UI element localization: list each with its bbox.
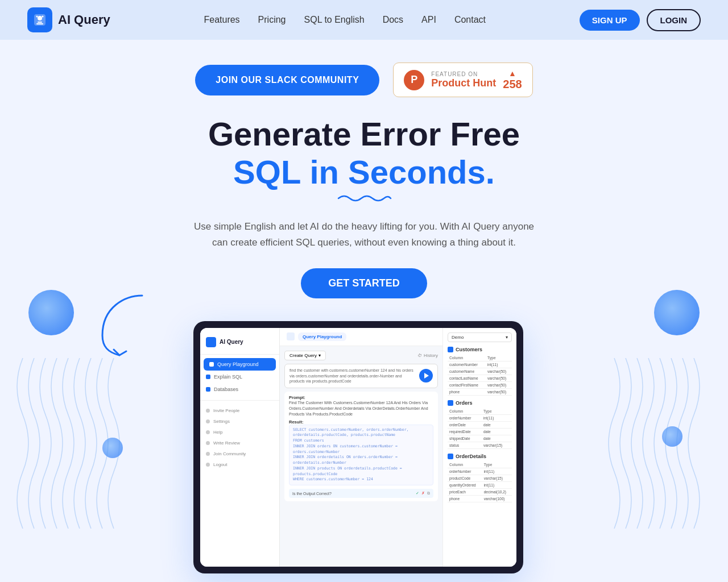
col-header: Column [448,462,482,468]
svg-point-1 [38,16,42,20]
app-result-section: Prompt: Find The Customer With Customers… [284,392,438,501]
orders-table-header: Orders [448,400,512,406]
hero-section: JOIN OUR SLACK COMMUNITY P FEATURED ON P… [0,40,728,573]
customers-table-header: Customers [448,347,512,352]
table-row: requiredDatedate [448,428,512,435]
table-row: priceEachdecimal(10,2) [448,488,512,495]
history-button[interactable]: ⏱ History [417,353,438,358]
prompt-block: Prompt: Find The Customer With Customers… [289,395,433,417]
app-feedback-actions: ✓ ✗ ⧉ [416,491,430,496]
customers-table-icon [448,347,453,352]
feedback-incorrect[interactable]: ✗ [421,491,425,496]
table-row: quantityOrderedint(11) [448,481,512,488]
orderdetails-table-name: OrderDetails [456,454,486,459]
table-row: shippedDatedate [448,435,512,442]
sidebar-item-label: Explain SQL [214,374,242,380]
type-header: Type [482,408,512,415]
run-icon [424,373,429,379]
logo-text: AI Query [58,13,110,27]
prompt-text: Find The Customer With Customers.Custome… [289,400,433,417]
table-row: productCodevarchar(15) [448,475,512,481]
sidebar-footer-settings[interactable]: Settings [200,416,279,427]
nav-sql-to-english[interactable]: SQL to English [304,15,365,24]
app-sidebar-logo-icon [206,337,216,347]
table-row: contactFirstNamevarchar(50) [448,381,512,388]
orders-table-icon [448,400,453,406]
app-query-input[interactable]: find the customer with customers.custome… [284,364,438,388]
app-frame: AI Query Query Playground Explain SQL Da… [193,321,523,573]
table-row: phonevarchar(100) [448,495,512,502]
result-block: Result: SELECT customers.customerNumber,… [289,419,433,486]
sql-code: SELECT customers.customerNumber, orders.… [289,425,433,486]
ph-name-label: Product Hunt [431,77,496,89]
feedback-correct[interactable]: ✓ [416,491,419,496]
app-topbar-icon [287,332,295,340]
table-row: customerNumberint(11) [448,361,512,368]
hero-title: Generate Error Free SQL in Seconds. [208,115,520,191]
sidebar-item-label: Query Playground [217,361,259,367]
product-hunt-badge[interactable]: P FEATURED ON Product Hunt ▲ 258 [393,63,532,97]
decorative-circle-left [28,290,74,335]
hero-badges: JOIN OUR SLACK COMMUNITY P FEATURED ON P… [195,63,532,97]
sidebar-item-explain-sql[interactable]: Explain SQL [200,371,279,383]
app-right-panel: Demo ▾ Customers Column Type [442,328,516,567]
feedback-copy[interactable]: ⧉ [427,491,430,496]
logo-icon [27,7,52,32]
nav-features[interactable]: Features [204,15,239,24]
sidebar-item-query-playground[interactable]: Query Playground [204,358,276,371]
slack-community-button[interactable]: JOIN OUR SLACK COMMUNITY [195,65,379,95]
arrow-decoration [91,284,159,352]
app-sidebar-logo: AI Query [200,332,279,355]
nav-api[interactable]: API [421,15,436,24]
table-row: customerNamevarchar(50) [448,368,512,375]
svg-rect-3 [36,23,43,24]
svg-point-4 [36,16,38,18]
nav-contact[interactable]: Contact [454,15,486,24]
sidebar-footer-logout[interactable]: Logout [200,459,279,470]
sidebar-footer-invite[interactable]: Invite People [200,405,279,416]
app-topbar: Query Playground [280,328,442,346]
result-label: Result: [289,419,303,425]
hero-title-line1: Generate Error Free [208,115,520,152]
squiggle-decoration [336,189,392,210]
get-started-button[interactable]: GET STARTED [301,268,427,298]
ph-count: ▲ 258 [503,69,522,91]
app-topbar-title-label: Query Playground [303,334,342,339]
hero-title-line2: SQL in Seconds. [233,153,495,190]
app-query-text: find the customer with customers.custome… [289,368,416,384]
table-row: phonevarchar(50) [448,388,512,395]
nav-actions: SIGN UP LOGIN [580,9,701,31]
table-row: orderNumberint(11) [448,414,512,421]
sidebar-footer-join-community[interactable]: Join Community [200,448,279,459]
app-content: Create Query ▾ ⏱ History find the custom… [280,346,442,567]
signup-button[interactable]: SIGN UP [580,10,640,31]
svg-rect-2 [38,22,42,23]
ph-logo: P [404,70,424,90]
ph-number: 258 [503,78,522,91]
app-topbar-left: Query Playground [287,332,346,341]
login-button[interactable]: LOGIN [647,9,701,31]
db-select[interactable]: Demo ▾ [448,332,512,342]
sidebar-footer-help[interactable]: Help [200,427,279,438]
sidebar-divider [200,400,279,401]
app-main: Query Playground Create Query ▾ [280,328,442,567]
sidebar-item-databases[interactable]: Databases [200,383,279,396]
nav-pricing[interactable]: Pricing [258,15,286,24]
nav-docs[interactable]: Docs [383,15,403,24]
orders-table-name: Orders [456,400,473,406]
customers-table: Column Type customerNumberint(11) custom… [448,355,512,396]
navbar: AI Query Features Pricing SQL to English… [0,0,728,40]
sidebar-item-label: Databases [214,386,238,392]
sidebar-footer-write-review[interactable]: Write Review [200,438,279,448]
type-header: Type [486,355,512,361]
create-query-button[interactable]: Create Query ▾ [284,351,326,360]
app-inner: AI Query Query Playground Explain SQL Da… [200,328,516,567]
app-sidebar: AI Query Query Playground Explain SQL Da… [200,328,280,567]
app-toolbar: Create Query ▾ ⏱ History [284,351,438,360]
app-screenshot: AI Query Query Playground Explain SQL Da… [193,321,535,573]
orderdetails-table-icon [448,454,453,459]
sidebar-item-dot [209,362,214,367]
nav-logo[interactable]: AI Query [27,7,110,32]
run-query-button[interactable] [419,369,433,383]
db-select-label: Demo [452,335,464,340]
